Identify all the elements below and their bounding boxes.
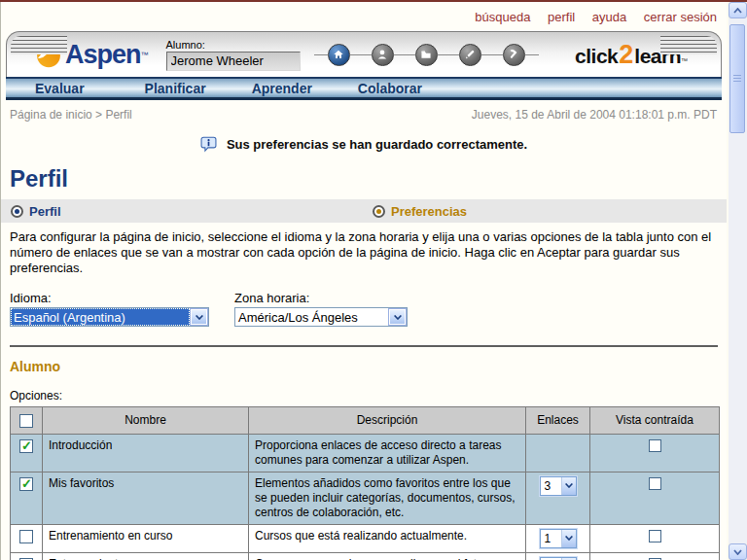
chevron-down-icon[interactable]: [561, 530, 576, 547]
corner-grip-right: [660, 36, 717, 54]
timezone-label: Zona horaria:: [234, 291, 408, 305]
col-header-enlaces: Enlaces: [526, 407, 590, 435]
folder-icon[interactable]: [415, 44, 438, 66]
page-content: búsqueda perfil ayuda cerrar sesión Aspe…: [0, 2, 727, 560]
page-title: Perfil: [10, 165, 727, 192]
logo-click-text: click: [575, 45, 618, 68]
nav-evaluar[interactable]: Evaluar: [35, 81, 85, 96]
scroll-down-button[interactable]: [729, 543, 747, 560]
row-checkbox[interactable]: [19, 439, 33, 453]
options-label: Opciones:: [10, 389, 727, 402]
language-select[interactable]: Español (Argentina): [10, 307, 209, 327]
app-header: Aspen ™ Alumno:: [6, 31, 722, 77]
connector-line: [525, 54, 539, 55]
connector-line: [438, 54, 459, 55]
row-links-cell: 1: [526, 552, 590, 560]
nav-planificar[interactable]: Planificar: [145, 81, 206, 96]
link-perfil[interactable]: perfil: [548, 10, 575, 24]
row-collapsed-checkbox[interactable]: [649, 477, 661, 490]
row-name: Mis favoritos: [43, 472, 249, 524]
row-description: Cursos que está realizando actualmente.: [249, 524, 526, 552]
row-links-cell: 1: [526, 524, 590, 552]
tab-perfil[interactable]: Perfil: [11, 204, 373, 219]
links-select-value: 1: [541, 530, 561, 547]
student-field-group: Alumno:: [166, 39, 301, 71]
links-select[interactable]: 3: [540, 476, 577, 496]
row-collapsed-checkbox[interactable]: [649, 439, 661, 452]
scrollbar-thumb[interactable]: [729, 24, 745, 133]
timezone-select-value: América/Los Ángeles: [235, 308, 388, 326]
breadcrumb-row: Página de inicio > Perfil Jueves, 15 de …: [1, 100, 727, 122]
home-icon[interactable]: [328, 44, 350, 66]
profile-tab-bar: Perfil Preferencias: [1, 199, 727, 223]
row-name: Entrenamiento por empezar: [43, 552, 249, 560]
language-label: Idioma:: [10, 291, 209, 305]
row-links-cell: [526, 434, 590, 472]
student-name-input[interactable]: [166, 52, 301, 71]
scroll-up-button[interactable]: [729, 2, 747, 18]
table-row: Mis favoritos Elementos añadidos como fa…: [11, 472, 720, 524]
language-select-value: Español (Argentina): [11, 308, 190, 326]
logo-2-text: 2: [619, 40, 633, 70]
confirmation-message: Sus preferencias se han guardado correct…: [1, 136, 727, 153]
row-name: Introducción: [43, 434, 249, 472]
nav-aprender[interactable]: Aprender: [252, 81, 312, 96]
connector-line: [481, 54, 503, 55]
section-title-alumno: Alumno: [10, 359, 727, 374]
connector-line: [314, 54, 328, 55]
nav-colaborar[interactable]: Colaborar: [358, 81, 422, 96]
chevron-down-icon[interactable]: [389, 309, 406, 325]
col-header-nombre: Nombre: [43, 407, 249, 435]
locale-form: Idioma: Español (Argentina) Zona horaria…: [10, 291, 727, 327]
connector-line: [394, 54, 415, 55]
row-name: Entrenamiento en curso: [43, 524, 249, 552]
scrollbar-track[interactable]: [729, 18, 747, 543]
row-checkbox[interactable]: [19, 477, 33, 491]
info-balloon-icon: [200, 136, 217, 153]
links-select[interactable]: 1: [540, 529, 577, 548]
main-nav: Evaluar Planificar Aprender Colaborar: [6, 77, 722, 100]
profile-icon[interactable]: [372, 44, 394, 66]
utility-links: búsqueda perfil ayuda cerrar sesión: [1, 2, 727, 31]
row-checkbox[interactable]: [19, 530, 33, 543]
page-description: Para configurar la página de inicio, sel…: [10, 229, 718, 276]
options-table-body: Introducción Proporciona enlaces de acce…: [11, 434, 720, 560]
language-field: Idioma: Español (Argentina): [10, 291, 209, 327]
header-toolbar: [314, 44, 539, 66]
corner-grip-left: [11, 36, 67, 54]
row-description: Cursos programados para realizar en el f…: [249, 552, 526, 560]
link-ayuda[interactable]: ayuda: [592, 10, 626, 24]
tab-preferencias-label: Preferencias: [391, 204, 467, 219]
row-description: Elementos añadidos como favoritos entre …: [249, 472, 526, 524]
thumb-grip: [733, 75, 741, 83]
confirmation-text: Sus preferencias se han guardado correct…: [227, 137, 527, 152]
table-row: Entrenamiento en curso Cursos que está r…: [11, 524, 720, 552]
connector-line: [350, 54, 372, 55]
radio-unselected-icon[interactable]: [373, 205, 385, 218]
link-cerrar-sesion[interactable]: cerrar sesión: [644, 10, 717, 24]
row-collapsed-checkbox[interactable]: [649, 530, 661, 542]
table-row: Entrenamiento por empezar Cursos program…: [11, 552, 720, 560]
datetime-display: Jueves, 15 de Abril de 2004 01:18:01 p.m…: [472, 108, 717, 122]
tools-icon[interactable]: [503, 44, 525, 66]
select-all-checkbox[interactable]: [19, 414, 33, 428]
table-row: Introducción Proporciona enlaces de acce…: [11, 434, 720, 472]
options-table-header-row: Nombre Descripción Enlaces Vista contraí…: [11, 407, 720, 435]
brand-trademark: ™: [141, 51, 149, 59]
row-links-cell: 3: [526, 472, 590, 524]
tab-preferencias[interactable]: Preferencias: [373, 204, 467, 219]
col-header-vista-contraida: Vista contraída: [590, 407, 720, 435]
radio-selected-icon[interactable]: [11, 205, 23, 218]
chevron-down-icon[interactable]: [191, 309, 207, 325]
pencil-icon[interactable]: [459, 44, 481, 66]
student-label: Alumno:: [166, 39, 301, 51]
vertical-scrollbar[interactable]: [729, 2, 747, 560]
timezone-field: Zona horaria: América/Los Ángeles: [234, 291, 408, 327]
link-busqueda[interactable]: búsqueda: [475, 10, 530, 24]
logo-trademark: ™: [681, 57, 688, 64]
breadcrumb[interactable]: Página de inicio > Perfil: [10, 108, 132, 122]
col-header-descripcion: Descripción: [249, 407, 526, 435]
brand-name: Aspen: [65, 40, 141, 70]
chevron-down-icon[interactable]: [561, 477, 576, 495]
timezone-select[interactable]: América/Los Ángeles: [234, 307, 408, 327]
